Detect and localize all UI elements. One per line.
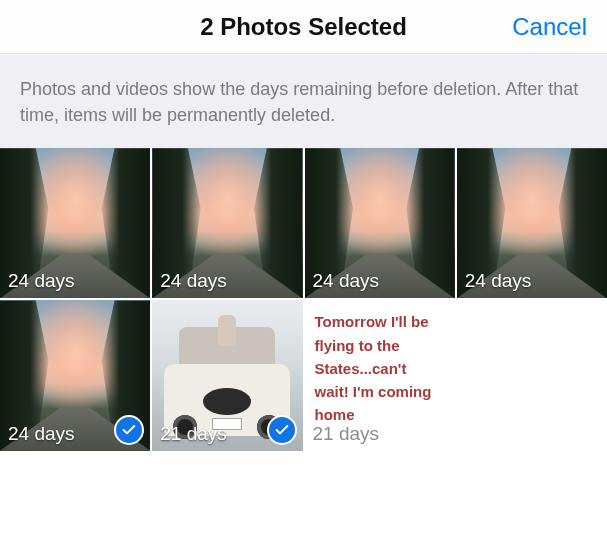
cancel-button[interactable]: Cancel (512, 0, 587, 54)
photo-thumbnail[interactable]: 24 days (305, 148, 455, 298)
photo-thumbnail[interactable]: 21 days (152, 300, 302, 450)
days-remaining-label: 21 days (160, 423, 227, 445)
days-remaining-label: 24 days (465, 270, 532, 292)
days-remaining-label: 24 days (8, 270, 75, 292)
days-remaining-label: 24 days (8, 423, 75, 445)
days-remaining-label: 24 days (313, 270, 380, 292)
info-message: Photos and videos show the days remainin… (0, 54, 607, 148)
page-title: 2 Photos Selected (200, 13, 407, 41)
selection-checkmark[interactable] (114, 415, 144, 445)
days-remaining-label: 21 days (313, 423, 380, 445)
photo-thumbnail[interactable]: 24 days (0, 148, 150, 298)
selection-checkmark[interactable] (267, 415, 297, 445)
photo-thumbnail[interactable]: 24 days (0, 300, 150, 450)
empty-cell (457, 300, 607, 450)
photo-thumbnail[interactable]: 24 days (152, 148, 302, 298)
days-remaining-label: 24 days (160, 270, 227, 292)
header-bar: 2 Photos Selected Cancel (0, 0, 607, 54)
empty-space (0, 451, 607, 531)
photo-thumbnail[interactable]: Tomorrow I'll be flying to the States...… (305, 300, 455, 450)
photo-grid: 24 days 24 days 24 days 24 days 24 days … (0, 148, 607, 451)
photo-thumbnail[interactable]: 24 days (457, 148, 607, 298)
checkmark-icon (274, 422, 290, 438)
checkmark-icon (121, 422, 137, 438)
